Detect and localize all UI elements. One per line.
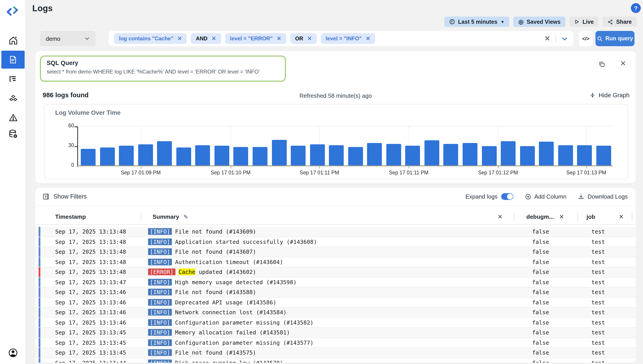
log-row[interactable]: Sep 17, 2025 13:13:47[INFO]High memory u… bbox=[36, 277, 636, 287]
sql-query-text: select * from demo WHERE log LIKE '%Cach… bbox=[47, 68, 279, 75]
log-debugm: false bbox=[518, 289, 581, 296]
live-button[interactable]: Live bbox=[569, 16, 598, 27]
help-button[interactable]: ? bbox=[631, 3, 641, 13]
sidebar-item-home[interactable] bbox=[0, 36, 26, 45]
volume-bar bbox=[348, 147, 363, 166]
level-badge: [ERROR] bbox=[148, 269, 175, 276]
log-row[interactable]: Sep 17, 2025 13:13:48[ERROR]Cache update… bbox=[36, 267, 636, 277]
sidebar-item-datasources[interactable] bbox=[0, 129, 26, 139]
severity-bar bbox=[39, 267, 40, 277]
y-tick-label: 60 bbox=[56, 123, 74, 128]
clear-query-icon[interactable]: ✕ bbox=[544, 34, 550, 42]
col-header-timestamp[interactable]: Timestamp bbox=[40, 209, 141, 224]
log-job: test bbox=[581, 299, 636, 306]
log-row[interactable]: Sep 17, 2025 13:13:44[INFO]Disk space ru… bbox=[36, 358, 636, 363]
log-row[interactable]: Sep 17, 2025 13:13:48[INFO]Authenticatio… bbox=[36, 257, 636, 267]
x-axis-tick bbox=[586, 166, 587, 168]
operator-chip[interactable]: OR✕ bbox=[290, 33, 316, 44]
log-message: Application started successfully (#14360… bbox=[175, 238, 317, 245]
add-column-button[interactable]: Add Column bbox=[525, 193, 566, 200]
topbar: Last 5 minutes ▼ ◎ Saved Views Live Shar… bbox=[444, 16, 637, 27]
log-row[interactable]: Sep 17, 2025 13:13:46[INFO]Network conne… bbox=[36, 308, 636, 318]
saved-views-button[interactable]: ◎ Saved Views bbox=[514, 16, 566, 27]
log-debugm: false bbox=[518, 238, 581, 245]
chip-close-icon[interactable]: ✕ bbox=[277, 36, 281, 42]
log-job: test bbox=[581, 269, 636, 276]
sql-query-box[interactable]: SQL Query select * from demo WHERE log L… bbox=[40, 56, 286, 82]
log-summary: [INFO]Memory allocation failed (#143581) bbox=[141, 329, 518, 336]
hide-graph-button[interactable]: Hide Graph bbox=[590, 92, 629, 98]
log-debugm: false bbox=[518, 259, 581, 266]
sidebar-item-alerts[interactable] bbox=[0, 113, 26, 122]
log-row[interactable]: Sep 17, 2025 13:13:45[INFO]File not foun… bbox=[36, 348, 636, 358]
severity-bar bbox=[39, 237, 40, 246]
log-job: test bbox=[581, 350, 636, 356]
edit-column-icon[interactable]: ✎ bbox=[184, 214, 188, 220]
table-header: Timestamp Summary ✎ ✕ debugm... ✕ job ✕ bbox=[36, 209, 636, 224]
log-row[interactable]: Sep 17, 2025 13:13:48[INFO]Application s… bbox=[36, 237, 636, 247]
log-message: High memory usage detected (#143598) bbox=[175, 279, 296, 286]
log-timestamp: Sep 17, 2025 13:13:46 bbox=[40, 299, 141, 306]
level-badge: [INFO] bbox=[148, 228, 172, 235]
log-message: Authentication timeout (#143604) bbox=[175, 259, 283, 266]
log-timestamp: Sep 17, 2025 13:13:48 bbox=[40, 269, 141, 276]
chip-close-icon[interactable]: ✕ bbox=[307, 36, 312, 42]
log-row[interactable]: Sep 17, 2025 13:13:45[INFO]Memory alloca… bbox=[36, 328, 636, 338]
log-row[interactable]: Sep 17, 2025 13:13:48[INFO]File not foun… bbox=[36, 247, 636, 257]
app-logo[interactable] bbox=[6, 4, 19, 18]
code-view-button[interactable]: </> bbox=[579, 31, 593, 46]
volume-bar bbox=[444, 144, 458, 166]
close-sql-icon[interactable]: ✕ bbox=[620, 59, 626, 68]
copy-icon[interactable] bbox=[598, 61, 605, 68]
remove-column-icon[interactable]: ✕ bbox=[559, 214, 564, 220]
source-select[interactable]: demo bbox=[40, 31, 96, 46]
show-filters-button[interactable]: Show Filters bbox=[43, 193, 87, 200]
log-summary: [INFO]File not found (#143575) bbox=[141, 350, 518, 356]
divider bbox=[555, 34, 556, 42]
chip-label: level = "INFO" bbox=[326, 36, 362, 42]
log-job: test bbox=[581, 259, 636, 266]
search-highlight: Cache bbox=[178, 269, 195, 276]
filter-chip[interactable]: level = "ERROR"✕ bbox=[225, 33, 286, 44]
operator-chip[interactable]: AND✕ bbox=[191, 33, 221, 44]
filter-chip[interactable]: log contains "Cache"✕ bbox=[114, 33, 187, 44]
sidebar-item-logs[interactable] bbox=[1, 51, 25, 68]
expand-query-icon[interactable] bbox=[561, 35, 568, 42]
volume-bar bbox=[157, 141, 172, 166]
chart-plot-area[interactable] bbox=[78, 126, 612, 166]
log-row[interactable]: Sep 17, 2025 13:13:46[INFO]File not foun… bbox=[36, 287, 636, 298]
page-title: Logs bbox=[32, 4, 53, 14]
log-row[interactable]: Sep 17, 2025 13:13:46[INFO]Configuration… bbox=[36, 318, 636, 328]
sidebar-item-services[interactable] bbox=[0, 94, 26, 104]
col-header-job[interactable]: job ✕ bbox=[577, 209, 632, 224]
volume-bar bbox=[425, 140, 439, 166]
level-badge: [INFO] bbox=[148, 299, 172, 306]
remove-column-icon[interactable]: ✕ bbox=[498, 214, 503, 220]
expand-logs-toggle[interactable] bbox=[501, 193, 513, 200]
time-range-button[interactable]: Last 5 minutes ▼ bbox=[444, 16, 509, 27]
log-debugm: false bbox=[518, 248, 581, 255]
log-timestamp: Sep 17, 2025 13:13:48 bbox=[40, 228, 141, 235]
volume-bar bbox=[482, 146, 496, 166]
y-axis-tick bbox=[75, 126, 78, 127]
log-message: Cache updated (#143602) bbox=[178, 269, 256, 276]
col-header-summary[interactable]: Summary ✎ ✕ bbox=[141, 209, 514, 224]
download-logs-button[interactable]: Download Logs bbox=[578, 193, 628, 200]
share-button[interactable]: Share bbox=[603, 16, 637, 27]
log-row[interactable]: Sep 17, 2025 13:13:48[INFO]File not foun… bbox=[36, 227, 636, 237]
log-row[interactable]: Sep 17, 2025 13:13:45[INFO]Configuration… bbox=[36, 338, 636, 348]
query-chips-bar[interactable]: log contains "Cache"✕AND✕level = "ERROR"… bbox=[109, 31, 573, 46]
user-avatar[interactable] bbox=[0, 348, 26, 358]
chip-close-icon[interactable]: ✕ bbox=[177, 36, 182, 42]
download-icon bbox=[578, 194, 584, 200]
col-header-debugm[interactable]: debugm... ✕ bbox=[514, 209, 577, 224]
filter-chip[interactable]: level = "INFO"✕ bbox=[321, 33, 375, 44]
log-row[interactable]: Sep 17, 2025 13:13:46[INFO]Deprecated AP… bbox=[36, 298, 636, 308]
remove-column-icon[interactable]: ✕ bbox=[619, 214, 624, 220]
chip-close-icon[interactable]: ✕ bbox=[212, 36, 216, 42]
volume-bar bbox=[214, 146, 229, 166]
sidebar-item-traces[interactable] bbox=[0, 74, 26, 84]
caret-down-icon: ▼ bbox=[501, 20, 505, 24]
chip-close-icon[interactable]: ✕ bbox=[366, 36, 370, 42]
run-query-button[interactable]: Run query bbox=[595, 31, 634, 46]
